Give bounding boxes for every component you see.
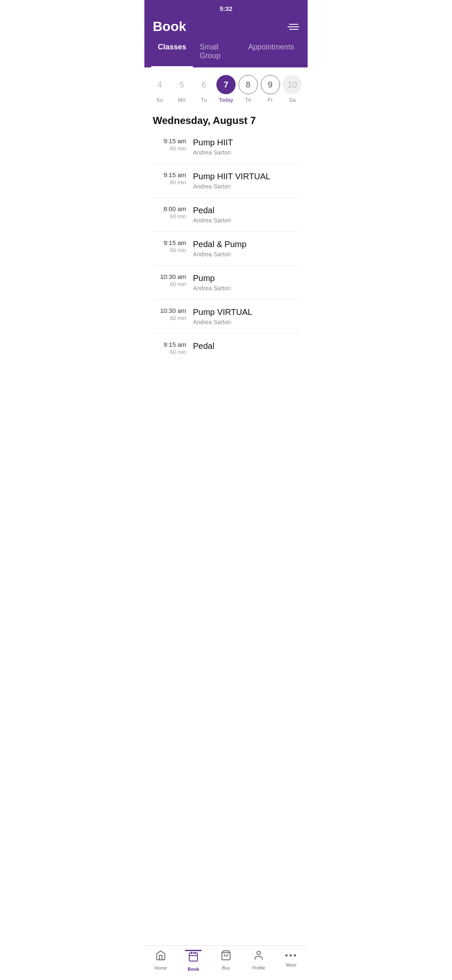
day-label: Today <box>219 97 234 103</box>
day-number: 9 <box>261 75 280 94</box>
class-list: 9:15 am 60 min Pump HIIT Andrea Sartori … <box>144 130 308 363</box>
day-label: Sa <box>289 97 296 103</box>
class-info: Pump Andrea Sartori <box>193 273 299 291</box>
day-number: 6 <box>194 75 213 94</box>
class-item[interactable]: 9:15 am 60 min Pump HIIT VIRTUAL Andrea … <box>153 164 299 198</box>
day-label: Mo <box>178 97 185 103</box>
class-item[interactable]: 10:30 am 60 min Pump VIRTUAL Andrea Sart… <box>153 299 299 333</box>
page-title: Book <box>153 19 186 34</box>
class-info: Pedal <box>193 341 299 351</box>
class-info: Pedal Andrea Sartori <box>193 205 299 224</box>
calendar-day-7[interactable]: 7 Today <box>216 75 236 103</box>
day-number: 4 <box>150 75 169 94</box>
day-label: Fr <box>268 97 273 103</box>
tab-classes[interactable]: Classes <box>151 40 193 67</box>
tab-appointments[interactable]: Appointments <box>241 40 301 67</box>
day-number: 10 <box>282 75 302 94</box>
filter-button[interactable] <box>288 24 299 30</box>
class-time-block: 9:15 am 60 min <box>153 137 186 152</box>
day-label: Tu <box>201 97 207 103</box>
day-number: 8 <box>239 75 258 94</box>
calendar-day-9[interactable]: 9 Fr <box>261 75 280 103</box>
day-label: Su <box>156 97 163 103</box>
calendar-strip: 4 Su 5 Mo 6 Tu 7 Today 8 Th 9 Fr 10 Sa <box>144 67 308 107</box>
calendar-day-10[interactable]: 10 Sa <box>282 75 302 103</box>
class-info: Pedal & Pump Andrea Sartori <box>193 239 299 258</box>
class-info: Pump VIRTUAL Andrea Sartori <box>193 307 299 325</box>
class-info: Pump HIIT Andrea Sartori <box>193 137 299 156</box>
class-time-block: 9:15 am 60 min <box>153 341 186 355</box>
class-item[interactable]: 9:15 am 60 min Pedal & Pump Andrea Sarto… <box>153 232 299 266</box>
class-time-block: 9:15 am 60 min <box>153 239 186 253</box>
day-number: 5 <box>172 75 191 94</box>
calendar-day-4[interactable]: 4 Su <box>150 75 169 103</box>
day-label: Th <box>245 97 251 103</box>
class-time-block: 10:30 am 60 min <box>153 273 186 287</box>
class-time-block: 10:30 am 60 min <box>153 307 186 321</box>
class-item[interactable]: 10:30 am 60 min Pump Andrea Sartori <box>153 266 299 299</box>
class-item[interactable]: 9:15 am 60 min Pedal <box>153 333 299 363</box>
date-heading: Wednesday, August 7 <box>144 107 308 130</box>
calendar-day-6[interactable]: 6 Tu <box>194 75 213 103</box>
class-time-block: 9:15 am 60 min <box>153 171 186 186</box>
calendar-day-8[interactable]: 8 Th <box>239 75 258 103</box>
status-time: 5:32 <box>220 5 232 12</box>
class-item[interactable]: 9:15 am 60 min Pump HIIT Andrea Sartori <box>153 130 299 164</box>
status-bar: 5:32 <box>144 0 308 15</box>
class-info: Pump HIIT VIRTUAL Andrea Sartori <box>193 171 299 190</box>
class-time-block: 8:00 am 60 min <box>153 205 186 219</box>
day-number: 7 <box>216 75 236 94</box>
tab-small-group[interactable]: Small Group <box>193 40 241 67</box>
header: Book <box>144 15 308 34</box>
tab-bar: Classes Small Group Appointments <box>144 34 308 67</box>
calendar-day-5[interactable]: 5 Mo <box>172 75 191 103</box>
class-item[interactable]: 8:00 am 60 min Pedal Andrea Sartori <box>153 198 299 232</box>
